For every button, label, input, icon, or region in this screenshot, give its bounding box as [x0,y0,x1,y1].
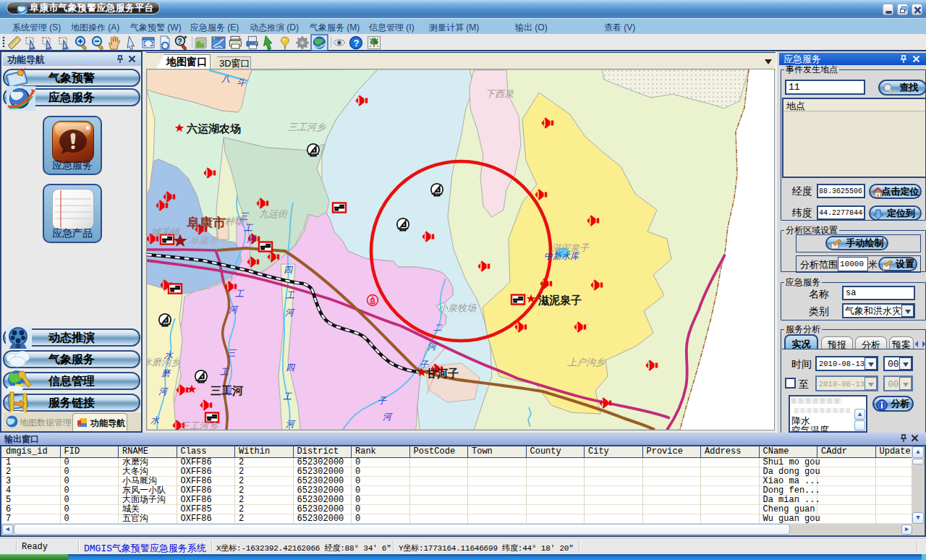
svg-text:中新水库: 中新水库 [544,251,580,261]
svg-text:河: 河 [223,386,233,396]
svg-text:甘河子: 甘河子 [426,367,459,379]
svg-text:水: 水 [150,415,160,425]
svg-text:?: ? [177,38,182,46]
svg-text:三: 三 [239,211,250,221]
svg-text:斗: 斗 [237,77,246,88]
svg-text:三工河乡: 三工河乡 [180,420,218,430]
svg-text:?: ? [353,38,359,48]
svg-text:河: 河 [286,419,296,429]
svg-text:工: 工 [286,290,295,300]
svg-text:河: 河 [428,341,438,352]
svg-text:工: 工 [220,367,229,377]
svg-text:滋泥泉子: 滋泥泉子 [538,294,582,306]
svg-text:水: 水 [164,350,174,360]
svg-text:上户沟乡: 上户沟乡 [567,357,606,368]
svg-text:子: 子 [378,396,387,406]
svg-text:六运湖农场: 六运湖农场 [186,122,241,135]
svg-text:磨: 磨 [161,368,171,378]
svg-text:工: 工 [244,223,253,233]
svg-text:城关镇: 城关镇 [151,226,181,237]
svg-text:四: 四 [284,265,294,275]
svg-text:二: 二 [433,323,443,333]
svg-text:工: 工 [283,391,292,402]
svg-text:工: 工 [235,289,245,299]
svg-text:九运街: 九运街 [259,208,289,219]
svg-text:三工河乡: 三工河乡 [288,122,326,132]
svg-text:河: 河 [383,412,393,422]
svg-text:阜康市: 阜康市 [187,216,226,230]
svg-text:四: 四 [286,362,296,373]
svg-text:河: 河 [229,305,239,315]
svg-text:河: 河 [247,234,257,244]
svg-text:阜康市: 阜康市 [190,235,219,246]
svg-text:河: 河 [158,386,169,396]
svg-text:三: 三 [227,348,237,358]
svg-text:河: 河 [285,307,295,318]
svg-text:子: 子 [420,360,429,370]
svg-text:下西泉: 下西泉 [485,88,514,99]
svg-text:小泉牧场: 小泉牧场 [438,302,477,313]
svg-text:八: 八 [221,74,230,84]
